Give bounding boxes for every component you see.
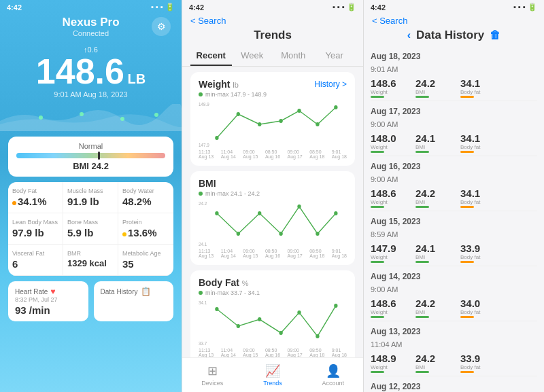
weight-chart-area: 148.9 147.9 xyxy=(199,101,347,148)
bodyfat-label: Body fat xyxy=(460,309,480,315)
history-row[interactable]: 148.6 Weight 24.2 BMI 34.1 Body fat xyxy=(371,185,537,211)
trends-title: Trends xyxy=(190,29,355,42)
svg-point-27 xyxy=(279,331,282,335)
weight-bar xyxy=(371,96,384,98)
time-2: 4:42 xyxy=(189,3,204,12)
search-row-2[interactable]: < Search xyxy=(190,16,355,26)
panel-data-history: 4:42 ▪ ▪ ▪ 🔋 < Search ‹ Data History 🗑 A… xyxy=(363,0,544,392)
devices-icon: ⊞ xyxy=(207,363,218,378)
svg-point-25 xyxy=(237,324,240,328)
weight-unit: LB xyxy=(127,71,146,86)
bodyfat-val: 34.0 xyxy=(460,298,480,309)
history-time: 9:00 AM xyxy=(371,174,537,185)
weight-metric: 148.9 Weight xyxy=(371,353,411,373)
time-1: 4:42 xyxy=(7,3,22,12)
time-3: 4:42 xyxy=(371,3,386,12)
svg-point-6 xyxy=(215,136,218,140)
date-header-aug18: Aug 18, 2023 xyxy=(371,46,537,64)
nav-devices[interactable]: ⊞ Devices xyxy=(182,361,243,389)
bmi-val: 24.1 xyxy=(415,132,435,144)
bodyfat-bar xyxy=(460,261,474,263)
bottom-cards: Heart Rate ♥ 8:32 PM, Jul 27 93 /min Dat… xyxy=(8,281,173,321)
wave-decoration xyxy=(0,104,182,131)
svg-point-15 xyxy=(215,211,218,215)
settings-button[interactable]: ⚙ xyxy=(152,17,171,36)
trash-icon[interactable]: 🗑 xyxy=(490,29,500,41)
panel2-header: < Search Trends xyxy=(182,14,363,46)
heart-rate-card[interactable]: Heart Rate ♥ 8:32 PM, Jul 27 93 /min xyxy=(8,281,88,321)
heart-icon: ♥ xyxy=(50,287,55,296)
weight-val: 147.9 xyxy=(371,243,396,254)
weight-display: 148.6 LB xyxy=(0,54,182,89)
panel1-header: Nexus Pro Connected ⚙ xyxy=(0,14,182,40)
heart-rate-label: Heart Rate ♥ xyxy=(15,287,82,296)
status-bar-3: 4:42 ▪ ▪ ▪ 🔋 xyxy=(364,0,544,14)
back-arrow-icon[interactable]: ‹ xyxy=(407,29,411,41)
history-list[interactable]: Aug 18, 2023 9:01 AM 148.6 Weight 24.2 B… xyxy=(364,46,544,392)
nav-account[interactable]: 👤 Account xyxy=(303,361,363,389)
svg-point-17 xyxy=(258,211,261,215)
bmi-val: 24.2 xyxy=(415,77,435,89)
weight-history-link[interactable]: History > xyxy=(314,79,347,89)
svg-point-16 xyxy=(237,232,240,236)
bmi-bar xyxy=(415,96,429,98)
svg-point-19 xyxy=(297,204,301,209)
bmi-bar xyxy=(415,371,429,373)
data-history-title-text: Data History xyxy=(416,29,484,42)
date-header-aug12: Aug 12, 2023 xyxy=(371,376,537,392)
history-time: 11:04 AM xyxy=(371,339,537,350)
history-row[interactable]: 147.9 Weight 24.1 BMI 33.9 Body fat xyxy=(371,240,537,266)
bodyfat-val: 33.9 xyxy=(460,353,480,364)
weight-chart-section: Weight lb History > min-max 147.9 - 148.… xyxy=(190,72,355,166)
svg-text:33.7: 33.7 xyxy=(199,341,207,346)
nav-trends[interactable]: 📈 Trends xyxy=(243,361,303,389)
tab-year[interactable]: Year xyxy=(314,46,356,66)
metric-label: Bone Mass xyxy=(67,219,114,226)
metric-label: Muscle Mass xyxy=(67,188,114,194)
bodyfat-metric: 34.1 Body fat xyxy=(460,132,501,153)
tab-month[interactable]: Month xyxy=(273,46,314,66)
history-row[interactable]: 148.6 Weight 24.2 BMI 34.0 Body fat xyxy=(371,295,537,321)
bodyfat-bar xyxy=(460,371,474,373)
svg-point-7 xyxy=(237,112,240,116)
history-time: 8:59 AM xyxy=(371,229,537,240)
svg-point-20 xyxy=(316,232,319,236)
history-time: 9:01 AM xyxy=(371,64,537,75)
bmi-label: BMI xyxy=(415,309,425,315)
bmi-indicator xyxy=(98,152,100,160)
weight-label: Weight xyxy=(371,309,388,315)
weight-value: 148.6 xyxy=(36,52,124,91)
svg-point-0 xyxy=(39,115,43,120)
svg-point-3 xyxy=(154,113,158,117)
metric-value: 35 xyxy=(122,258,169,270)
history-row[interactable]: 148.0 Weight 24.1 BMI 34.1 Body fat xyxy=(371,130,537,156)
nav-account-label: Account xyxy=(322,380,344,387)
metric-metabolic-age: Metabolic Age 35 xyxy=(118,245,173,276)
bodyfat-val: 34.1 xyxy=(460,132,480,144)
search-row-3[interactable]: < Search xyxy=(372,16,536,26)
bodyfat-range: min-max 33.7 - 34.1 xyxy=(199,289,347,296)
svg-point-24 xyxy=(215,307,218,311)
trends-scroll[interactable]: Weight lb History > min-max 147.9 - 148.… xyxy=(182,67,363,357)
bmi-metric: 24.2 BMI xyxy=(415,298,456,318)
data-history-card[interactable]: Data History 📋 xyxy=(94,281,174,321)
status-bar-1: 4:42 ▪ ▪ ▪ 🔋 xyxy=(0,0,182,14)
bodyfat-val: 33.9 xyxy=(460,243,480,254)
date-header-aug13: Aug 13, 2023 xyxy=(371,321,537,339)
status-bar-2: 4:42 ▪ ▪ ▪ 🔋 xyxy=(182,0,363,14)
tab-week[interactable]: Week xyxy=(232,46,273,66)
tab-recent[interactable]: Recent xyxy=(190,46,232,66)
svg-point-29 xyxy=(316,334,319,338)
search-back-2: < Search xyxy=(190,16,226,26)
date-header-aug16: Aug 16, 2023 xyxy=(371,156,537,174)
bmi-chart-area: 24.2 24.1 xyxy=(199,200,347,247)
metric-body-fat: Body Fat 34.1% xyxy=(8,182,63,213)
history-row[interactable]: 148.6 Weight 24.2 BMI 34.1 Body fat xyxy=(371,75,537,101)
bodyfat-bar xyxy=(460,206,474,208)
date-header-aug17: Aug 17, 2023 xyxy=(371,101,537,119)
bodyfat-label: Body fat xyxy=(460,199,480,205)
weight-bar xyxy=(371,206,384,208)
weight-bar xyxy=(371,151,384,153)
history-row[interactable]: 148.9 Weight 24.2 BMI 33.9 Body fat xyxy=(371,350,537,376)
search-back-3: < Search xyxy=(372,16,407,26)
